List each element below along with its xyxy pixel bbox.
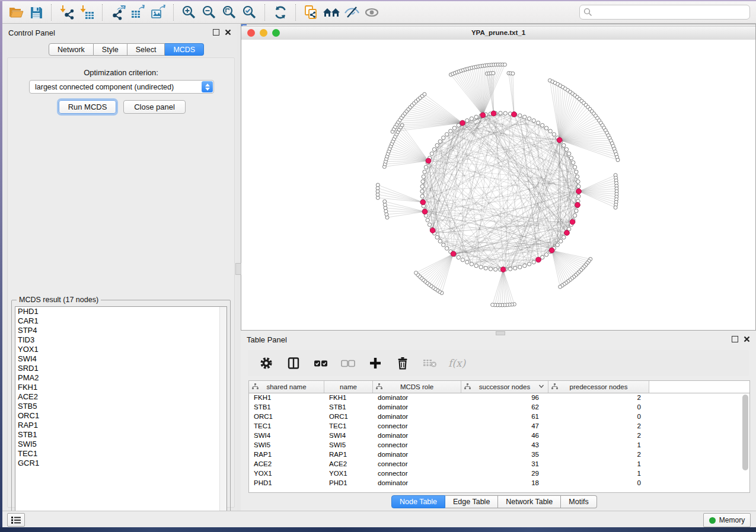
tab-node-table[interactable]: Node Table xyxy=(391,495,445,508)
graph-node[interactable] xyxy=(445,246,448,250)
mcds-result-item[interactable]: SWI5 xyxy=(15,440,227,449)
graph-node[interactable] xyxy=(430,152,433,155)
column-header-shared-name[interactable]: shared name xyxy=(249,381,324,393)
graph-node[interactable] xyxy=(575,209,578,213)
mcds-result-item[interactable]: STB1 xyxy=(15,430,227,440)
graph-mcds-node[interactable] xyxy=(420,200,426,205)
mcds-result-item[interactable]: TID3 xyxy=(15,335,227,345)
mcds-result-item[interactable]: GCR1 xyxy=(15,459,227,468)
mcds-result-item[interactable]: SWI4 xyxy=(15,354,227,364)
column-header-predecessor-nodes[interactable]: predecessor nodes xyxy=(548,381,649,393)
graph-node[interactable] xyxy=(503,111,507,115)
graph-leaf-node[interactable] xyxy=(491,303,495,307)
deselect-all-icon[interactable] xyxy=(339,354,357,372)
mcds-result-item[interactable]: ORC1 xyxy=(15,411,227,421)
graph-leaf-node[interactable] xyxy=(614,206,617,209)
graph-mcds-node[interactable] xyxy=(549,248,554,253)
graph-mcds-node[interactable] xyxy=(564,230,570,236)
graph-mcds-node[interactable] xyxy=(576,189,582,194)
export-image-icon[interactable] xyxy=(148,3,168,22)
graph-mcds-node[interactable] xyxy=(422,209,428,214)
mcds-result-item[interactable]: STB5 xyxy=(15,402,227,411)
graph-leaf-node[interactable] xyxy=(376,183,379,187)
mcds-result-item[interactable]: FKH1 xyxy=(15,383,227,392)
close-panel-button[interactable]: Close panel xyxy=(123,100,186,114)
graph-node[interactable] xyxy=(420,190,424,193)
graph-node[interactable] xyxy=(457,255,460,259)
graph-node[interactable] xyxy=(573,165,576,169)
close-panel-icon[interactable] xyxy=(225,29,231,36)
graph-leaf-node[interactable] xyxy=(503,63,506,66)
graph-node[interactable] xyxy=(523,264,527,267)
graph-mcds-node[interactable] xyxy=(426,158,431,164)
memory-button[interactable]: Memory xyxy=(703,513,751,527)
graph-mcds-node[interactable] xyxy=(451,251,456,257)
graph-mcds-node[interactable] xyxy=(491,111,496,116)
graph-node[interactable] xyxy=(423,170,426,174)
graph-node[interactable] xyxy=(489,267,492,271)
mcds-result-item[interactable]: PMA2 xyxy=(15,373,227,383)
import-network-icon[interactable] xyxy=(57,3,77,22)
table-row[interactable]: SWI5SWI5connector431 xyxy=(249,441,749,450)
criterion-select[interactable]: largest connected component (undirected) xyxy=(29,80,214,94)
graph-node[interactable] xyxy=(577,194,580,198)
table-row[interactable]: TEC1TEC1connector472 xyxy=(249,422,749,431)
graph-leaf-node[interactable] xyxy=(616,158,620,162)
graph-mcds-node[interactable] xyxy=(570,219,575,225)
graph-node[interactable] xyxy=(465,260,469,264)
tab-select[interactable]: Select xyxy=(127,43,165,56)
graph-node[interactable] xyxy=(420,194,424,198)
mcds-result-item[interactable]: CAR1 xyxy=(15,316,227,326)
graph-leaf-node[interactable] xyxy=(492,71,495,75)
graph-mcds-node[interactable] xyxy=(430,228,435,233)
search-input[interactable] xyxy=(579,5,750,20)
graph-node[interactable] xyxy=(442,136,445,139)
graph-node[interactable] xyxy=(465,118,469,122)
graph-node[interactable] xyxy=(479,265,483,269)
graph-node[interactable] xyxy=(523,115,527,118)
graph-node[interactable] xyxy=(564,148,568,151)
graph-node[interactable] xyxy=(527,262,531,266)
export-table-icon[interactable] xyxy=(128,3,148,22)
graph-node[interactable] xyxy=(474,264,478,267)
graph-node[interactable] xyxy=(548,129,552,133)
save-session-icon[interactable] xyxy=(26,3,46,22)
add-icon[interactable] xyxy=(366,354,384,372)
tab-network-table[interactable]: Network Table xyxy=(498,495,561,508)
table-row[interactable]: SWI4SWI4dominator462 xyxy=(249,431,749,441)
table-row[interactable]: FKH1FKH1dominator962 xyxy=(249,393,749,403)
graph-node[interactable] xyxy=(452,126,456,130)
graph-node[interactable] xyxy=(513,266,517,270)
refresh-icon[interactable] xyxy=(270,3,291,22)
first-neighbors-icon[interactable] xyxy=(321,3,342,22)
graph-node[interactable] xyxy=(470,117,473,120)
mcds-result-item[interactable]: RAP1 xyxy=(15,421,227,430)
graph-node[interactable] xyxy=(484,266,487,270)
tab-motifs[interactable]: Motifs xyxy=(561,495,596,508)
graph-node[interactable] xyxy=(544,126,548,130)
graph-node[interactable] xyxy=(474,115,478,118)
graph-node[interactable] xyxy=(575,170,578,174)
table-row[interactable]: STB1STB1dominator620 xyxy=(249,403,749,412)
task-history-button[interactable] xyxy=(7,513,25,527)
graph-node[interactable] xyxy=(567,152,570,155)
mcds-result-list[interactable]: PHD1CAR1STP4TID3YOX1SWI4SRD1PMA2FKH1ACE2… xyxy=(15,306,227,516)
mcds-result-item[interactable]: PHD1 xyxy=(15,307,227,316)
graph-node[interactable] xyxy=(499,111,502,115)
graph-node[interactable] xyxy=(420,185,424,188)
graph-node[interactable] xyxy=(449,129,452,133)
graph-node[interactable] xyxy=(562,235,566,239)
mcds-result-item[interactable]: YOX1 xyxy=(15,345,227,354)
tab-style[interactable]: Style xyxy=(94,43,127,56)
zoom-selected-icon[interactable] xyxy=(240,3,260,22)
graph-node[interactable] xyxy=(438,239,442,243)
graph-node[interactable] xyxy=(428,223,431,226)
graph-mcds-node[interactable] xyxy=(575,203,580,208)
mcds-result-item[interactable]: TEC1 xyxy=(15,449,227,459)
graph-node[interactable] xyxy=(559,239,563,243)
graph-node[interactable] xyxy=(577,185,580,188)
export-network-icon[interactable] xyxy=(108,3,128,22)
graph-leaf-node[interactable] xyxy=(559,285,562,289)
table-row[interactable]: YOX1YOX1connector291 xyxy=(249,469,749,479)
graph-leaf-node[interactable] xyxy=(423,92,426,96)
